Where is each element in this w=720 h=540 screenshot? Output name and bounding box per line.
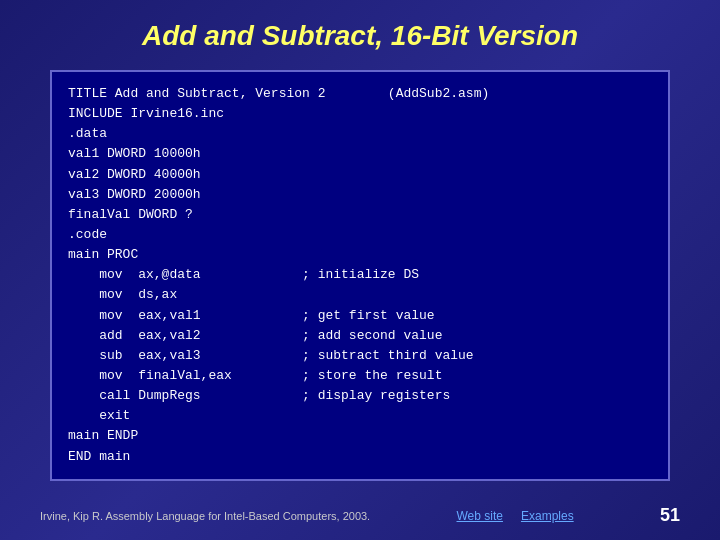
code-text: .data [68,124,107,144]
code-line-6: val3 DWORD 20000h [68,185,652,205]
code-text: END main [68,447,130,467]
code-text: mov eax,val1 ; get first value [68,306,435,326]
code-line-3: .data [68,124,652,144]
code-line-4: val1 DWORD 10000h [68,144,652,164]
page-number: 51 [660,505,680,526]
code-line-8: .code [68,225,652,245]
code-line-2: INCLUDE Irvine16.inc [68,104,652,124]
code-text: exit [68,406,130,426]
code-line-18: main ENDP [68,426,652,446]
code-line-15: mov finalVal,eax ; store the result [68,366,652,386]
code-text: val3 DWORD 20000h [68,185,201,205]
code-text: INCLUDE Irvine16.inc [68,104,224,124]
code-text: val2 DWORD 40000h [68,165,201,185]
code-line-7: finalVal DWORD ? [68,205,652,225]
code-text: sub eax,val3 ; subtract third value [68,346,474,366]
footer-citation: Irvine, Kip R. Assembly Language for Int… [40,510,370,522]
code-text: .code [68,225,107,245]
code-text: main ENDP [68,426,138,446]
code-line-12: mov eax,val1 ; get first value [68,306,652,326]
code-line-17: exit [68,406,652,426]
web-site-link[interactable]: Web site [457,509,503,523]
slide-title: Add and Subtract, 16-Bit Version [40,20,680,52]
code-text: val1 DWORD 10000h [68,144,201,164]
code-line-11: mov ds,ax [68,285,652,305]
examples-link[interactable]: Examples [521,509,574,523]
slide-container: Add and Subtract, 16-Bit Version TITLE A… [0,0,720,540]
code-line-16: call DumpRegs ; display registers [68,386,652,406]
code-box: TITLE Add and Subtract, Version 2 (AddSu… [50,70,670,481]
code-text: mov ds,ax [68,285,177,305]
code-text: call DumpRegs ; display registers [68,386,450,406]
code-text: main PROC [68,245,138,265]
code-line-19: END main [68,447,652,467]
code-text: add eax,val2 ; add second value [68,326,442,346]
code-line-10: mov ax,@data ; initialize DS [68,265,652,285]
code-text: mov ax,@data ; initialize DS [68,265,419,285]
code-line-1: TITLE Add and Subtract, Version 2 (AddSu… [68,84,652,104]
code-line-14: sub eax,val3 ; subtract third value [68,346,652,366]
footer: Irvine, Kip R. Assembly Language for Int… [40,505,680,526]
code-line-13: add eax,val2 ; add second value [68,326,652,346]
code-text: finalVal DWORD ? [68,205,193,225]
code-text: mov finalVal,eax ; store the result [68,366,442,386]
code-text: TITLE Add and Subtract, Version 2 (AddSu… [68,84,489,104]
code-line-9: main PROC [68,245,652,265]
code-line-5: val2 DWORD 40000h [68,165,652,185]
footer-links: Web site Examples [457,509,574,523]
